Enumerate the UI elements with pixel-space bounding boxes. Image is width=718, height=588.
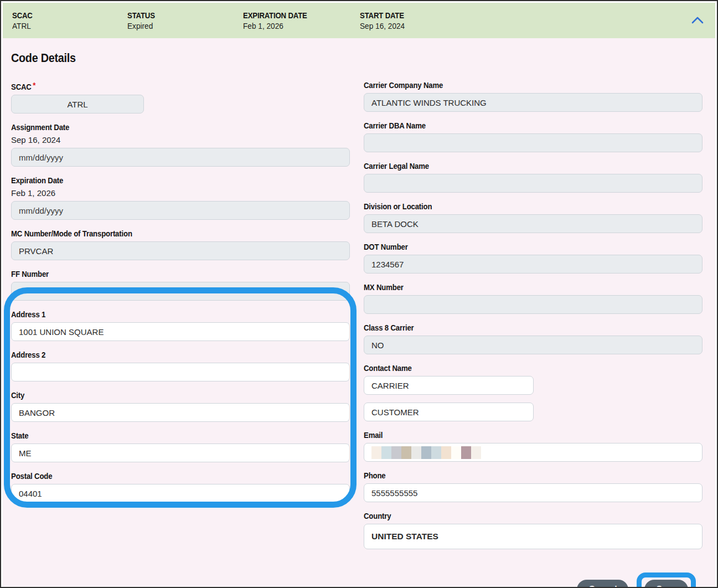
summary-stat-label: START DATE [360,10,647,20]
field-country: Country [364,511,702,549]
field-scac: SCAC* [11,80,350,114]
field-division-or-location: Division or Location [364,202,702,233]
postal-code-label: Postal Code [11,471,309,481]
field-mc-number: MC Number/Mode of Transportation [11,229,350,260]
expiration-date-current-value: Feb 1, 2026 [11,188,350,198]
email-input[interactable] [364,443,702,462]
mx-number-label: MX Number [364,282,662,292]
field-contact-name: Contact Name [364,363,702,421]
summary-stat-label: STATUS [127,10,229,20]
division-or-location-input [364,214,702,233]
carrier-legal-name-input [364,174,702,193]
assignment-date-label: Assignment Date [11,122,309,132]
assignment-date-input [11,148,350,167]
city-label: City [11,390,309,400]
save-button[interactable]: Save [644,580,688,588]
mc-number-label: MC Number/Mode of Transportation [11,229,309,239]
summary-stat-expiration-date: EXPIRATION DATE Feb 1, 2026 [243,10,360,32]
field-state: State [11,431,350,462]
field-expiration-date: Expiration Date Feb 1, 2026 [11,176,350,220]
summary-stat-value: Expired [127,20,229,32]
carrier-company-name-input [364,93,702,112]
division-or-location-label: Division or Location [364,202,662,212]
summary-stat-label: SCAC [12,10,113,20]
scac-label: SCAC* [11,80,309,92]
ff-number-input [11,282,350,301]
summary-stat-value: Sep 16, 2024 [360,20,647,32]
contact-last-name-input[interactable] [364,403,534,421]
address2-input[interactable] [11,363,350,381]
field-city: City [11,390,350,422]
field-email: Email [364,430,702,462]
field-class8-carrier: Class 8 Carrier [364,323,702,354]
city-input[interactable] [11,403,350,422]
carrier-dba-name-input [364,133,702,152]
field-dot-number: DOT Number [364,242,702,274]
country-input[interactable] [364,524,702,549]
address1-label: Address 1 [11,310,309,319]
assignment-date-current-value: Sep 16, 2024 [11,135,350,145]
field-phone: Phone [364,471,702,502]
page-title: Code Details [11,51,633,65]
phone-label: Phone [364,471,662,481]
required-asterisk: * [33,80,35,90]
form-actions: Cancel Save [11,572,702,588]
code-summary-header: SCAC ATRL STATUS Expired EXPIRATION DATE… [3,3,715,38]
scac-label-text: SCAC [11,82,32,91]
field-assignment-date: Assignment Date Sep 16, 2024 [11,122,350,167]
carrier-dba-name-label: Carrier DBA Name [364,121,662,131]
field-address2: Address 2 [11,350,350,381]
state-label: State [11,431,309,441]
dot-number-label: DOT Number [364,242,662,252]
field-address1: Address 1 [11,310,350,341]
address2-label: Address 2 [11,350,309,360]
field-carrier-company-name: Carrier Company Name [364,80,702,112]
phone-input[interactable] [364,483,702,502]
expiration-date-input [11,201,350,220]
cancel-button[interactable]: Cancel [577,580,628,588]
field-carrier-dba-name: Carrier DBA Name [364,121,702,152]
code-details-panel: Code Details SCAC* Assignment Date Sep 1… [3,38,715,586]
carrier-legal-name-label: Carrier Legal Name [364,161,662,171]
dot-number-input [364,255,702,274]
country-label: Country [364,511,662,521]
postal-code-input[interactable] [11,484,350,503]
chevron-up-icon [691,16,704,25]
collapse-panel-button[interactable] [686,9,709,32]
field-mx-number: MX Number [364,282,702,314]
contact-first-name-input[interactable] [364,376,534,395]
right-form-column: Carrier Company Name Carrier DBA Name Ca… [364,80,702,558]
ff-number-label: FF Number [11,269,309,279]
summary-stat-value: ATRL [12,20,113,32]
summary-stat-status: STATUS Expired [127,10,243,32]
mx-number-input [364,295,702,314]
class8-carrier-input [364,336,702,354]
class8-carrier-label: Class 8 Carrier [364,323,662,333]
summary-stat-scac: SCAC ATRL [12,10,127,32]
state-input[interactable] [11,443,350,462]
mc-number-input [11,241,350,260]
field-postal-code: Postal Code [11,471,350,503]
contact-name-label: Contact Name [364,363,662,373]
address1-input[interactable] [11,322,350,341]
field-carrier-legal-name: Carrier Legal Name [364,161,702,193]
address-block: Address 1 Address 2 City State Postal Co [11,310,350,503]
carrier-company-name-label: Carrier Company Name [364,80,662,90]
summary-stat-start-date: START DATE Sep 16, 2024 [360,10,686,32]
summary-stat-label: EXPIRATION DATE [243,10,346,20]
expiration-date-label: Expiration Date [11,176,309,185]
save-highlight-annotation: Save [637,572,696,588]
field-ff-number: FF Number [11,269,350,301]
email-redacted-value [371,446,481,459]
scac-input [11,95,144,114]
summary-stat-value: Feb 1, 2026 [243,20,346,32]
left-form-column: SCAC* Assignment Date Sep 16, 2024 Expir… [11,80,350,558]
email-label: Email [364,430,662,440]
